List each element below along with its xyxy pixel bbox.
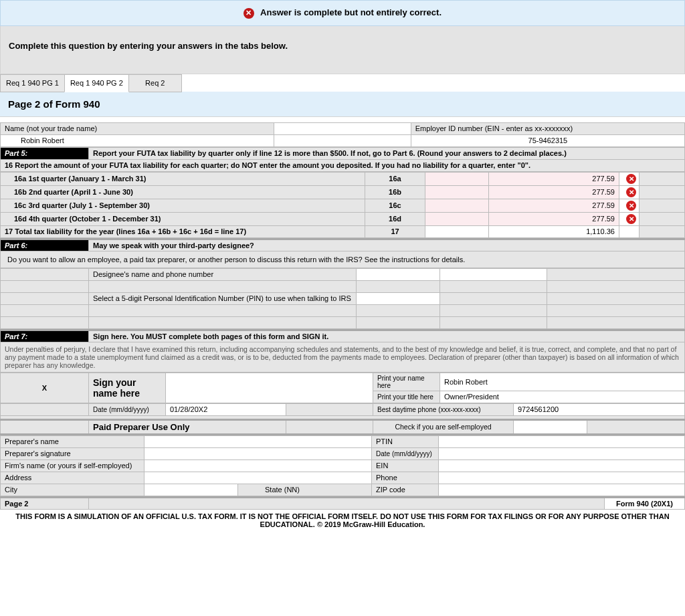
error-icon: ✕ bbox=[243, 8, 254, 19]
wrong-icon: ✕ bbox=[626, 214, 636, 224]
part6-question: Do you want to allow an employee, a paid… bbox=[1, 251, 685, 268]
tab-req1-pg2[interactable]: Req 1 940 PG 2 bbox=[64, 74, 129, 92]
page2-label: Page 2 bbox=[1, 497, 89, 509]
daytime-phone-label: Best daytime phone (xxx-xxx-xxxx) bbox=[373, 403, 514, 415]
row-16c-label: 16c 3rd quarter (July 1 - September 30) bbox=[1, 199, 365, 212]
designee-phone-input[interactable] bbox=[440, 268, 547, 280]
designee-name-input[interactable] bbox=[357, 268, 440, 280]
ptin-input[interactable] bbox=[439, 435, 685, 447]
preparer-name-label: Preparer's name bbox=[1, 435, 144, 447]
ein-label2: EIN bbox=[372, 459, 439, 472]
preparer-sig-label: Preparer's signature bbox=[1, 447, 144, 459]
address-input[interactable] bbox=[144, 472, 372, 484]
wrong-icon: ✕ bbox=[626, 187, 636, 197]
self-employed-check[interactable] bbox=[514, 419, 587, 434]
disclaimer-text: THIS FORM IS A SIMULATION OF AN OFFICIAL… bbox=[0, 510, 685, 531]
name-label: Name (not your trade name) bbox=[1, 122, 274, 134]
part5-label: Part 5: bbox=[1, 147, 89, 159]
row-16a-code: 16a bbox=[365, 172, 425, 185]
print-name-value[interactable]: Robin Robert bbox=[440, 373, 685, 391]
sign-label: Sign your name here bbox=[89, 373, 166, 403]
row-16d-code: 16d bbox=[365, 212, 425, 225]
pin-input[interactable] bbox=[357, 292, 440, 304]
instruction-panel: Complete this question by entering your … bbox=[0, 26, 685, 74]
signature-box[interactable] bbox=[166, 373, 373, 403]
phone-label2: Phone bbox=[372, 472, 439, 484]
preparer-date-label: Date (mm/dd/yyyy) bbox=[372, 447, 439, 459]
state-label: State (NN) bbox=[238, 484, 372, 496]
tab-bar: Req 1 940 PG 1 Req 1 940 PG 2 Req 2 bbox=[0, 74, 685, 92]
row-16b-code: 16b bbox=[365, 185, 425, 199]
part7-title: Sign here. You MUST complete both pages … bbox=[89, 330, 685, 342]
form-revision: Form 940 (20X1) bbox=[605, 497, 685, 509]
date-label: Date (mm/dd/yyyy) bbox=[89, 403, 166, 415]
row-16a-value[interactable]: 277.59 bbox=[592, 175, 615, 183]
date-value[interactable]: 01/28/20X2 bbox=[166, 403, 286, 415]
preparer-name-input[interactable] bbox=[144, 435, 372, 447]
page-title: Page 2 of Form 940 bbox=[0, 92, 685, 117]
row-16a-label: 16a 1st quarter (January 1 - March 31) bbox=[1, 172, 365, 185]
print-title-label: Print your title here bbox=[373, 391, 440, 403]
ein-label: Employer ID number (EIN - enter as xx-xx… bbox=[411, 122, 684, 134]
phone-input[interactable] bbox=[439, 472, 685, 484]
ein-value: 75-9462315 bbox=[411, 134, 684, 146]
status-alert: ✕ Answer is complete but not entirely co… bbox=[0, 0, 685, 26]
sign-x: X bbox=[1, 373, 89, 403]
row-17-label: 17 Total tax liability for the year (lin… bbox=[1, 225, 365, 237]
city-label: City bbox=[1, 484, 144, 496]
designee-label: Designee's name and phone number bbox=[89, 268, 357, 280]
print-title-value[interactable]: Owner/President bbox=[440, 391, 685, 403]
alert-text: Answer is complete but not entirely corr… bbox=[260, 7, 442, 17]
wrong-icon: ✕ bbox=[626, 201, 636, 211]
ein-input[interactable] bbox=[439, 459, 685, 472]
part6-title: May we speak with your third-party desig… bbox=[89, 239, 685, 251]
row-16b-value[interactable]: 277.59 bbox=[592, 188, 615, 196]
row-16b-label: 16b 2nd quarter (April 1 - June 30) bbox=[1, 185, 365, 199]
row-16d-value[interactable]: 277.59 bbox=[592, 215, 615, 223]
wrong-icon: ✕ bbox=[626, 174, 636, 184]
preparer-sig-input[interactable] bbox=[144, 447, 372, 459]
preparer-date-input[interactable] bbox=[439, 447, 685, 459]
self-employed-label: Check if you are self-employed bbox=[373, 419, 514, 434]
firm-name-input[interactable] bbox=[144, 459, 372, 472]
zip-label: ZIP code bbox=[372, 484, 439, 496]
part5-title: Report your FUTA tax liability by quarte… bbox=[89, 147, 685, 159]
zip-input[interactable] bbox=[439, 484, 685, 496]
paid-preparer-header: Paid Preparer Use Only bbox=[89, 419, 286, 434]
part6-label: Part 6: bbox=[1, 239, 89, 251]
ptin-label: PTIN bbox=[372, 435, 439, 447]
tab-req2[interactable]: Req 2 bbox=[128, 74, 182, 92]
row-16c-code: 16c bbox=[365, 199, 425, 212]
line16-instruction: 16 Report the amount of your FUTA tax li… bbox=[1, 159, 685, 171]
pin-label: Select a 5-digit Personal Identification… bbox=[89, 292, 357, 304]
print-name-label: Print your name here bbox=[373, 373, 440, 391]
row-17-code: 17 bbox=[365, 225, 425, 237]
city-input[interactable] bbox=[144, 484, 238, 496]
part7-label: Part 7: bbox=[1, 330, 89, 342]
row-16d-label: 16d 4th quarter (October 1 - December 31… bbox=[1, 212, 365, 225]
perjury-text: Under penalties of perjury, I declare th… bbox=[0, 342, 685, 373]
daytime-phone-value[interactable]: 9724561200 bbox=[514, 403, 685, 415]
row-17-value: 1,110.36 bbox=[586, 227, 615, 235]
firm-name-label: Firm's name (or yours if self-employed) bbox=[1, 459, 144, 472]
address-label: Address bbox=[1, 472, 144, 484]
tab-req1-pg1[interactable]: Req 1 940 PG 1 bbox=[0, 74, 65, 92]
name-value: Robin Robert bbox=[1, 134, 274, 146]
row-16c-value[interactable]: 277.59 bbox=[592, 201, 615, 209]
